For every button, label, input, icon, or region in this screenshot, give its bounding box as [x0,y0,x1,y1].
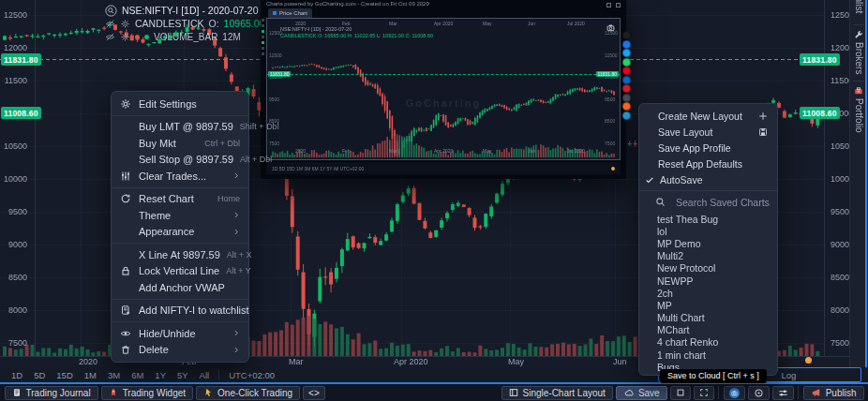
price-tick-label: 12500 [0,0,32,31]
tab-price-chart[interactable]: Price Chart [268,8,312,18]
share-icon[interactable] [622,40,631,49]
screenshot-frame-button[interactable] [670,386,691,400]
timeframe-button[interactable]: 1M [79,370,102,380]
tab-watchlist[interactable]: Watchlist [850,0,867,13]
series-settings-gear-icon[interactable] [120,19,130,29]
menu-item-buy-mkt[interactable]: Buy Mkt Ctrl + Dbl [112,135,248,152]
expand-icon[interactable] [606,3,611,7]
timeframe-button[interactable]: 5Y [172,370,194,380]
share-icon[interactable] [622,67,631,75]
menu-item-create-layout[interactable]: Create New Layout [639,108,777,124]
price-tick-label: 10500 [0,129,32,162]
save-button[interactable]: Save [616,386,667,400]
timeframe-button[interactable]: 5D [28,370,51,380]
price-tick-label: 11500 [0,64,32,97]
tune-button[interactable] [772,386,794,400]
log-scale-toggle[interactable]: Log [782,370,797,380]
price-tick-label: 8000 [0,293,32,326]
alert-line [267,74,620,75]
tab-label: Price Chart [279,10,307,16]
saved-chart-item[interactable]: 2ch [639,287,777,299]
saved-chart-item[interactable]: MP Demo [639,237,777,249]
single-chart-layout-button[interactable]: Single-Chart Layout [501,386,613,400]
menu-divider [112,115,248,116]
menu-item-reset-chart[interactable]: Reset Chart Home [112,191,248,208]
share-icon[interactable] [622,58,631,67]
share-icon[interactable] [622,84,631,93]
tab-brokers[interactable]: Brokers [850,30,867,74]
share-icon[interactable] [622,49,631,57]
saved-chart-item[interactable]: 1 min chart [639,349,777,361]
symbol-search-icon[interactable] [105,5,117,17]
menu-item-x-line[interactable]: X Line At 9897.59 Alt + X [112,246,248,263]
one-click-trading-button[interactable]: One-Click Trading [196,386,300,400]
trading-journal-button[interactable]: Trading Journal [5,386,98,400]
fullscreen-button[interactable] [694,386,714,400]
saved-chart-item[interactable]: Multi2 [639,250,777,262]
hide-series-icon[interactable] [105,19,115,29]
saved-chart-item[interactable]: New Protocol [639,262,777,275]
plus-icon [758,111,768,121]
share-icon[interactable] [622,102,631,111]
menu-item-delete[interactable]: Delete [112,342,248,359]
menu-item-anchor-vwap[interactable]: Add Anchor VWAP [112,279,248,296]
menu-item-label: Sell Stop @ 9897.59 [139,154,233,165]
menu-item-add-watchlist[interactable]: Add NIFTY-I to watchlist [112,303,248,319]
saved-chart-item[interactable]: lol [639,225,777,237]
menu-item-edit-settings[interactable]: Edit Settings [112,96,248,112]
chevron-right-icon [232,228,240,236]
preview-month-label: May [483,21,491,26]
menu-item-theme[interactable]: Theme [112,207,248,224]
button-label: Save [638,388,660,398]
menu-item-sell-stop[interactable]: Sell Stop @ 9897.59 Alt + Dbl [112,152,248,169]
menu-item-reset-app-defaults[interactable]: Reset App Defaults [639,156,777,171]
timeframe-button[interactable]: 3M [102,370,126,380]
menu-item-label: Appearance [139,226,226,237]
share-icon[interactable] [622,76,631,84]
timezone-label[interactable]: UTC+02:00 [229,370,275,380]
menu-item-appearance[interactable]: Appearance [112,224,248,241]
saved-chart-item[interactable]: MP [639,299,777,311]
chevron-right-icon [232,329,240,337]
menu-item-buy-lmt[interactable]: Buy LMT @ 9897.59 Shift + Dbl [112,119,248,136]
strip-divider [853,81,864,82]
menu-item-save-layout[interactable]: Save Layout [639,124,777,140]
menu-item-label: Edit Settings [139,98,240,110]
share-icon[interactable] [622,31,631,39]
snapshot-button[interactable] [724,386,745,400]
timeframe-buttons: 1D5D15D1M3M6M1Y5YAll [6,370,215,380]
target-button[interactable] [748,386,770,400]
menu-item-lock-vertical[interactable]: Lock Vertical Line Alt + Y [112,263,248,280]
symbol-title[interactable]: NSE:NIFTY-I [1D] - 2020-07-20 [122,5,259,16]
menu-item-label: Clear Trades... [139,171,226,182]
timeframe-button[interactable]: 1D [6,370,28,380]
close-icon[interactable] [616,3,621,7]
preview-symbol-title: NSE:NIFTY-I [1D] - 2020-07-20 [280,26,352,32]
timeframe-button[interactable]: 6M [126,370,149,380]
saved-chart-item[interactable]: NEWPP [639,275,777,287]
saved-chart-item[interactable]: 4 chart Renko [639,336,777,349]
saved-chart-item[interactable]: MChart [639,324,777,336]
timeframe-button[interactable]: 15D [51,370,78,380]
share-icon[interactable] [622,111,631,120]
saved-chart-item[interactable]: Multi Chart [639,312,777,324]
volume-settings-gear-icon[interactable] [120,32,130,42]
code-button[interactable]: <> [303,386,325,400]
trading-widget-button[interactable]: Trading Widget [101,386,193,400]
publish-button[interactable]: Publish [803,386,864,400]
tab-portfolio[interactable]: Portfolio [850,86,867,133]
camera-icon [729,388,740,398]
timeframe-button[interactable]: All [194,370,216,380]
x-axis-label: Mar [289,357,304,366]
search-saved-charts-input[interactable] [674,196,772,209]
expand-icon [699,388,709,397]
menu-item-clear-trades[interactable]: Clear Trades... [112,168,248,185]
menu-item-hide-unhide[interactable]: Hide/Unhide [112,325,248,342]
hide-volume-icon[interactable] [105,32,115,42]
saved-chart-item[interactable]: test Thea Bug [639,213,777,225]
share-icon[interactable] [622,94,631,102]
button-label: Trading Widget [123,388,186,398]
timeframe-button[interactable]: 1Y [149,370,172,380]
menu-item-save-app-profile[interactable]: Save App Profile [639,140,777,156]
menu-item-autosave[interactable]: AutoSave [639,171,777,187]
